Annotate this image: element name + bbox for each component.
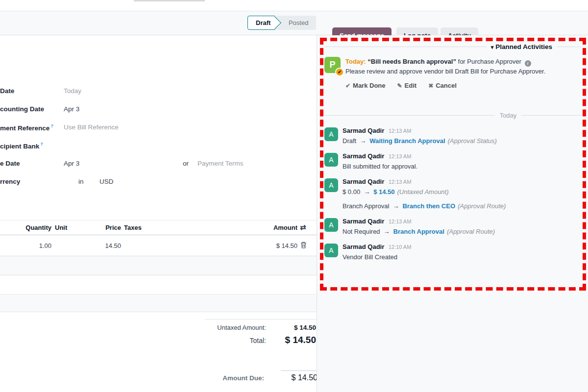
payment-reference-label: ment Reference? <box>0 123 60 132</box>
mark-done-button[interactable]: ✔Mark Done <box>345 82 386 89</box>
help-icon[interactable]: ? <box>40 142 43 147</box>
message-body: Sarmad Qadir 12:13 AM Draft→Waiting Bran… <box>343 127 497 146</box>
empty-section-band <box>0 276 317 294</box>
form-statusbar: Draft Posted Send message Log note Activ… <box>0 11 588 35</box>
message-body: Sarmad Qadir 12:13 AM $ 0.00→$ 14.50(Unt… <box>343 178 506 211</box>
message-body: Sarmad Qadir 12:10 AM Vendor Bill Create… <box>343 244 411 262</box>
clock-check-icon: ✔ <box>338 70 342 74</box>
cancel-activity-button[interactable]: ✖Cancel <box>428 82 457 89</box>
taxes-column-header[interactable]: Taxes <box>124 224 142 231</box>
track-field-name: (Approval Route) <box>447 228 495 235</box>
help-icon[interactable]: ? <box>50 123 53 128</box>
track-old-value: Branch Approval <box>343 202 389 210</box>
top-tab-remnant-bar <box>134 0 205 1</box>
tracking-line: $ 0.00→$ 14.50(Untaxed Amount) <box>343 188 506 196</box>
message-item: A Sarmad Qadir 12:13 AM Not Required→Bra… <box>324 218 581 236</box>
track-old-value: Not Required <box>343 228 380 235</box>
untaxed-amount-row: Untaxed Amount: $ 14.50 <box>205 324 316 331</box>
untaxed-amount-value: $ 14.50 <box>280 324 316 331</box>
field-row-payment-reference: ment Reference? Use Bill Reference <box>0 122 316 140</box>
message-author[interactable]: Sarmad Qadir <box>343 243 384 250</box>
price-cell[interactable]: 14.50 <box>74 242 121 249</box>
chatter-content: ▾Planned Activities P ✔ Today: “Bill nee… <box>324 43 581 269</box>
message-text: Vendor Bill Created <box>343 253 411 262</box>
activity-note: Please review and approve vendor bill Dr… <box>345 67 545 76</box>
track-field-name: (Approval Route) <box>458 202 506 210</box>
track-new-value[interactable]: Waiting Branch Approval <box>369 137 445 145</box>
avatar[interactable]: A <box>324 178 338 192</box>
price-column-header[interactable]: Price <box>74 224 121 231</box>
field-row-currency: rrency in USD <box>0 176 316 194</box>
optional-columns-icon[interactable]: ⇄ <box>300 223 306 232</box>
due-date-label: e Date <box>0 160 60 167</box>
planned-activities-header: ▾Planned Activities <box>324 43 581 50</box>
avatar[interactable]: A <box>324 244 338 257</box>
arrow-right-icon: → <box>360 137 366 145</box>
payment-reference-input[interactable]: Use Bill Reference <box>64 123 119 131</box>
currency-label: rrency <box>0 178 60 185</box>
message-timestamp: 12:13 AM <box>389 153 411 159</box>
tracking-line: Not Required→Branch Approval(Approval Ro… <box>343 227 495 236</box>
track-field-name: (Approval Status) <box>448 137 497 145</box>
unit-column-header[interactable]: Unit <box>55 224 67 231</box>
message-author[interactable]: Sarmad Qadir <box>343 152 384 160</box>
date-divider-label: Today <box>500 112 517 119</box>
field-row-due-date: e Date Apr 3 or Payment Terms <box>0 158 316 176</box>
table-header-row: Quantity Unit Price Taxes Amount ⇄ <box>0 220 317 235</box>
activity-actions: ✔Mark Done ✎Edit ✖Cancel <box>345 82 581 89</box>
message-author[interactable]: Sarmad Qadir <box>343 218 384 225</box>
message-timestamp: 12:13 AM <box>389 179 411 185</box>
delete-line-icon[interactable] <box>300 242 307 250</box>
message-item: A Sarmad Qadir 12:13 AM Bill submitted f… <box>324 153 581 171</box>
vendor-bill-form-page: Draft Posted Send message Log note Activ… <box>0 0 588 392</box>
message-item: A Sarmad Qadir 12:13 AM $ 0.00→$ 14.50(U… <box>324 178 581 211</box>
cross-icon: ✖ <box>428 82 433 89</box>
planned-activities-toggle[interactable]: ▾Planned Activities <box>491 43 552 50</box>
bill-date-input[interactable]: Today <box>64 87 81 95</box>
message-item: A Sarmad Qadir 12:10 AM Vendor Bill Crea… <box>324 244 581 262</box>
amount-due-value: $ 14.50 <box>281 373 318 382</box>
header-line-right <box>557 47 581 47</box>
info-icon[interactable]: i <box>525 60 531 67</box>
track-new-value[interactable]: $ 14.50 <box>373 188 394 196</box>
due-date-input[interactable]: Apr 3 <box>64 160 79 167</box>
track-old-value: Draft <box>343 137 356 145</box>
or-separator: or <box>183 160 189 167</box>
quantity-column-header[interactable]: Quantity <box>0 224 51 231</box>
currency-in-label: in <box>78 178 84 185</box>
quantity-cell[interactable]: 1.00 <box>0 242 51 249</box>
tracking-line: Branch Approval→Branch then CEO(Approval… <box>343 202 506 211</box>
track-old-value: $ 0.00 <box>343 188 360 196</box>
avatar[interactable]: A <box>324 218 338 232</box>
divider-line-left <box>324 115 495 116</box>
field-row-accounting-date: counting Date Apr 3 <box>0 103 316 122</box>
message-timestamp: 12:10 AM <box>389 244 411 250</box>
track-new-value[interactable]: Branch Approval <box>393 228 444 235</box>
field-row-bill-date: Date Today <box>0 85 316 103</box>
accounting-date-input[interactable]: Apr 3 <box>64 105 79 113</box>
arrow-right-icon: → <box>392 202 399 210</box>
activity-assignee: for Purchase Approver <box>458 58 521 65</box>
stage-draft-label: Draft <box>256 19 270 26</box>
planned-activity-item: P ✔ Today: “Bill needs Branch approval” … <box>324 57 581 76</box>
payment-terms-input[interactable]: Payment Terms <box>197 160 244 167</box>
track-new-value[interactable]: Branch then CEO <box>402 202 455 210</box>
currency-input[interactable]: USD <box>99 178 114 185</box>
invoice-lines-table: Quantity Unit Price Taxes Amount ⇄ 1.00 … <box>0 220 317 256</box>
empty-section-band <box>0 295 317 312</box>
check-icon: ✔ <box>345 82 350 89</box>
avatar[interactable]: A <box>324 127 338 141</box>
message-author[interactable]: Sarmad Qadir <box>343 178 384 185</box>
edit-activity-button[interactable]: ✎Edit <box>397 82 417 89</box>
avatar[interactable]: A <box>324 153 338 167</box>
amount-due-divider <box>281 370 318 371</box>
date-divider: Today <box>324 112 581 119</box>
activity-avatar[interactable]: P ✔ <box>324 57 341 73</box>
message-body: Sarmad Qadir 12:13 AM Bill submitted for… <box>343 153 417 171</box>
stage-draft[interactable]: Draft <box>247 16 275 30</box>
message-author[interactable]: Sarmad Qadir <box>343 127 384 134</box>
invoice-line-row[interactable]: 1.00 14.50 $ 14.50 <box>0 235 317 256</box>
stage-posted-label: Posted <box>289 19 308 26</box>
amount-column-header[interactable]: Amount <box>235 224 297 231</box>
message-header: Sarmad Qadir 12:13 AM <box>343 153 417 160</box>
